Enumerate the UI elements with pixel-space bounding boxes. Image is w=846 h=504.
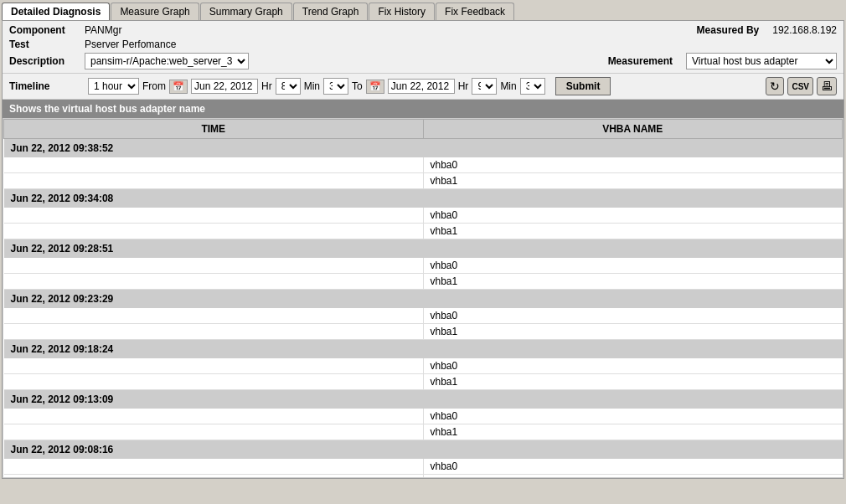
component-label: Component xyxy=(9,24,85,36)
hr-from-label: Hr xyxy=(261,80,272,92)
col-time-header: TIME xyxy=(4,120,424,139)
tab-detailed-diagnosis[interactable]: Detailed Diagnosis xyxy=(2,3,110,20)
csv-icon-button[interactable]: CSV xyxy=(787,77,813,95)
table-row: vhba1 xyxy=(4,173,843,189)
table-row: vhba0 xyxy=(4,358,843,374)
component-value: PANMgr xyxy=(85,24,121,36)
print-icon-button[interactable]: 🖶 xyxy=(817,77,837,95)
group-header-row: Jun 22, 2012 09:34:08 xyxy=(4,189,843,208)
description-select[interactable]: pansim-r/Apache:web_server_3 xyxy=(85,53,249,69)
cell-vhba: vhba1 xyxy=(423,424,843,440)
measurement-label: Measurement xyxy=(608,55,673,67)
table-header-row: TIME VHBA NAME xyxy=(4,120,843,139)
min-from-select[interactable]: 39 xyxy=(323,78,348,95)
hr-from-select[interactable]: 8 xyxy=(276,78,301,95)
cell-time xyxy=(4,173,424,189)
tab-fix-history[interactable]: Fix History xyxy=(369,3,435,20)
cell-vhba: vhba1 xyxy=(423,324,843,340)
cell-time xyxy=(4,157,424,173)
data-table: TIME VHBA NAME Jun 22, 2012 09:38:52vhba… xyxy=(3,119,843,478)
test-row: Test Pserver Perfomance xyxy=(9,39,837,50)
cell-time xyxy=(4,208,424,224)
table-row: vhba1 xyxy=(4,424,843,440)
cell-time xyxy=(4,324,424,340)
cell-vhba: vhba1 xyxy=(423,475,843,479)
timeline-label: Timeline xyxy=(9,80,85,92)
table-row: vhba1 xyxy=(4,374,843,390)
table-row: vhba0 xyxy=(4,208,843,224)
cell-vhba: vhba0 xyxy=(423,157,843,173)
hr-to-select[interactable]: 9 xyxy=(472,78,497,95)
cell-time xyxy=(4,409,424,424)
table-row: vhba0 xyxy=(4,409,843,424)
refresh-icon-button[interactable]: ↻ xyxy=(766,77,784,95)
submit-button[interactable]: Submit xyxy=(555,77,611,95)
table-row: vhba0 xyxy=(4,459,843,475)
group-header-row: Jun 22, 2012 09:28:51 xyxy=(4,239,843,259)
measured-by-value: 192.168.8.192 xyxy=(772,24,837,36)
table-row: vhba1 xyxy=(4,224,843,239)
table-row: vhba1 xyxy=(4,274,843,290)
cell-time xyxy=(4,424,424,440)
table-scroll[interactable]: TIME VHBA NAME Jun 22, 2012 09:38:52vhba… xyxy=(3,118,843,478)
min-to-label: Min xyxy=(500,80,516,92)
measurement-group: Measurement Virtual host bus adapter xyxy=(608,53,837,69)
group-header-row: Jun 22, 2012 09:23:29 xyxy=(4,290,843,309)
tab-fix-feedback[interactable]: Fix Feedback xyxy=(436,3,514,20)
col-vhba-header: VHBA NAME xyxy=(423,120,843,139)
to-date-input[interactable] xyxy=(388,79,455,94)
group-header-row: Jun 22, 2012 09:08:16 xyxy=(4,440,843,460)
cell-vhba: vhba0 xyxy=(423,258,843,274)
description-label: Description xyxy=(9,55,85,67)
table-row: vhba0 xyxy=(4,308,843,324)
table-row: vhba1 xyxy=(4,475,843,479)
min-to-select[interactable]: 39 xyxy=(520,78,545,95)
from-label: From xyxy=(142,80,166,92)
to-label: To xyxy=(352,80,363,92)
cell-time xyxy=(4,459,424,475)
tab-bar: Detailed Diagnosis Measure Graph Summary… xyxy=(0,0,846,20)
cell-vhba: vhba0 xyxy=(423,308,843,324)
hr-to-label: Hr xyxy=(458,80,469,92)
timeline-row: Timeline 1 hour From 📅 Hr 8 Min 39 To 📅 … xyxy=(3,74,843,100)
tab-measure-graph[interactable]: Measure Graph xyxy=(111,3,199,20)
cell-time xyxy=(4,475,424,479)
test-value: Pserver Perfomance xyxy=(85,39,176,50)
cell-time xyxy=(4,274,424,290)
cell-time xyxy=(4,374,424,390)
measured-by-label: Measured By xyxy=(697,24,760,36)
cell-time xyxy=(4,308,424,324)
group-header-row: Jun 22, 2012 09:38:52 xyxy=(4,139,843,158)
table-row: vhba0 xyxy=(4,157,843,173)
cell-time xyxy=(4,224,424,239)
table-row: vhba0 xyxy=(4,258,843,274)
to-calendar-button[interactable]: 📅 xyxy=(366,80,384,94)
cell-vhba: vhba1 xyxy=(423,173,843,189)
cell-vhba: vhba0 xyxy=(423,409,843,424)
min-from-label: Min xyxy=(304,80,320,92)
from-date-input[interactable] xyxy=(191,79,258,94)
description-bar: Shows the virtual host bus adapter name xyxy=(3,100,843,118)
cell-vhba: vhba1 xyxy=(423,274,843,290)
cell-time xyxy=(4,258,424,274)
description-row: Description pansim-r/Apache:web_server_3… xyxy=(9,53,837,69)
group-header-row: Jun 22, 2012 09:13:09 xyxy=(4,390,843,409)
table-row: vhba1 xyxy=(4,324,843,340)
measured-by-group: Measured By 192.168.8.192 xyxy=(697,24,837,36)
cell-vhba: vhba1 xyxy=(423,374,843,390)
duration-select[interactable]: 1 hour xyxy=(88,78,139,95)
main-container: Component PANMgr Measured By 192.168.8.1… xyxy=(2,20,844,479)
cell-vhba: vhba0 xyxy=(423,459,843,475)
tab-trend-graph[interactable]: Trend Graph xyxy=(293,3,369,20)
cell-vhba: vhba0 xyxy=(423,358,843,374)
test-label: Test xyxy=(9,39,85,50)
info-section: Component PANMgr Measured By 192.168.8.1… xyxy=(3,21,843,74)
from-calendar-button[interactable]: 📅 xyxy=(169,80,188,94)
measurement-select[interactable]: Virtual host bus adapter xyxy=(686,53,837,69)
component-row: Component PANMgr Measured By 192.168.8.1… xyxy=(9,24,837,36)
group-header-row: Jun 22, 2012 09:18:24 xyxy=(4,340,843,359)
cell-vhba: vhba0 xyxy=(423,208,843,224)
tab-summary-graph[interactable]: Summary Graph xyxy=(200,3,292,20)
cell-time xyxy=(4,358,424,374)
cell-vhba: vhba1 xyxy=(423,224,843,239)
